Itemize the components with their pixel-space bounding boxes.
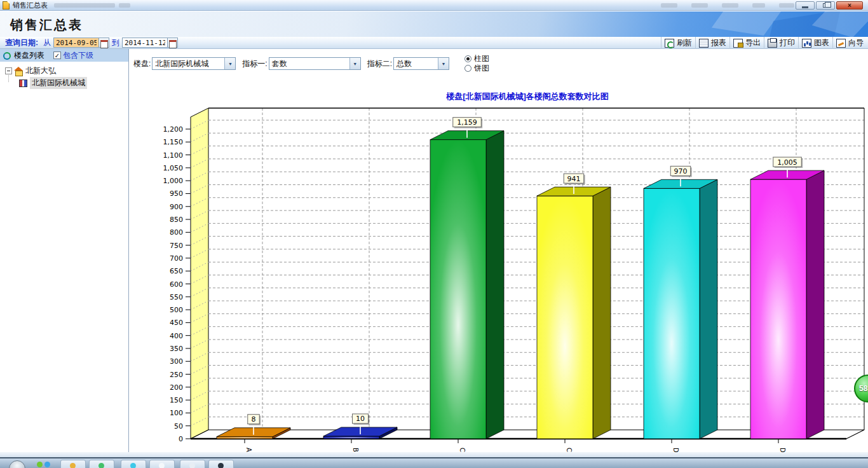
menu-item-faded: [779, 3, 794, 8]
page-header: 销售汇总表: [0, 11, 868, 37]
svg-text:850: 850: [170, 216, 183, 224]
chart-svg: 0501001502002503003504004505005506006507…: [130, 102, 868, 452]
sidebar: 楼盘列表 ✓ 包含下级 北新大弘 北新国际机械城: [0, 49, 129, 452]
house-icon: [14, 67, 23, 75]
svg-text:200: 200: [170, 383, 183, 392]
date-to-input[interactable]: [122, 38, 168, 48]
query-date-label: 查询日期:: [5, 38, 38, 48]
window-controls: ×: [794, 1, 863, 10]
refresh-button[interactable]: 刷新: [661, 37, 695, 49]
refresh-label: 刷新: [677, 38, 692, 48]
tree-node-child[interactable]: 北新国际机械城: [19, 77, 87, 89]
taskbar-app-icon[interactable]: [37, 462, 43, 467]
bar-chart-3d: 0501001502002503003504004505005506006507…: [130, 102, 868, 452]
svg-text:10: 10: [356, 415, 365, 423]
svg-text:150: 150: [170, 396, 183, 404]
restore-button[interactable]: [816, 1, 835, 10]
badge-count: 58: [859, 384, 867, 393]
sidebar-header: 楼盘列表 ✓ 包含下级: [0, 49, 128, 62]
refresh-tree-icon[interactable]: [3, 52, 11, 60]
chevron-down-icon[interactable]: ▼: [438, 58, 449, 69]
svg-text:650: 650: [170, 267, 183, 275]
window-bottom-edge: [0, 452, 868, 457]
bar-chart-icon: [802, 39, 811, 48]
taskbar-app-button[interactable]: [60, 460, 86, 468]
x-axis-label: C2: [566, 448, 573, 452]
chart-pane: 楼盘: 北新国际机械城 ▼ 指标一: 套数 ▼ 指标二: 总数 ▼ 柱图: [130, 49, 868, 452]
collapse-icon[interactable]: [5, 67, 12, 74]
x-axis-label: B: [352, 448, 359, 452]
report-button[interactable]: 报表: [695, 37, 729, 49]
building-icon: [19, 79, 27, 87]
chart-button[interactable]: 图表: [798, 37, 832, 49]
tree-root-label: 北新大弘: [25, 65, 56, 76]
export-button[interactable]: 导出: [729, 37, 764, 49]
radio-pie-chart[interactable]: 饼图: [465, 64, 489, 73]
minimize-button[interactable]: [796, 1, 815, 10]
window-title: 销售汇总表: [13, 1, 48, 10]
svg-text:700: 700: [170, 254, 183, 263]
query-toolbar: 查询日期: 从 到 刷新 报表 导出 打印: [0, 37, 868, 49]
bar-D2: D2: [750, 170, 824, 452]
taskbar-app-button[interactable]: [180, 460, 205, 468]
svg-text:0: 0: [179, 435, 183, 443]
toolbar-buttons: 刷新 报表 导出 打印 图表 向导: [661, 37, 867, 49]
redacted-text: [119, 3, 130, 8]
include-sub-checkbox[interactable]: ✓: [53, 52, 61, 59]
taskbar-app-button[interactable]: [89, 460, 114, 468]
to-label: 到: [112, 38, 119, 48]
taskbar-app-icon: [98, 463, 104, 468]
from-label: 从: [43, 38, 51, 48]
svg-text:450: 450: [170, 319, 183, 327]
tree-node-root[interactable]: 北新大弘: [5, 65, 56, 76]
svg-text:500: 500: [170, 306, 183, 314]
taskbar-app-icon: [159, 463, 165, 468]
x-axis-label: D1: [672, 448, 679, 452]
chart-label: 图表: [814, 38, 829, 48]
app-window: 销售汇总表 × 销售汇总表 查询日期: 从 到 刷新: [0, 0, 868, 468]
svg-text:1,200: 1,200: [163, 125, 184, 134]
radio-column-chart[interactable]: 柱图: [465, 54, 489, 64]
print-icon: [768, 39, 777, 48]
chart-wall: [191, 108, 208, 439]
building-select-value: 北新国际机械城: [153, 59, 211, 69]
date-from-input[interactable]: [53, 38, 99, 48]
chevron-down-icon[interactable]: ▼: [224, 58, 235, 69]
svg-text:100: 100: [170, 409, 183, 417]
window-titlebar: 销售汇总表 ×: [0, 0, 868, 11]
svg-text:941: 941: [567, 175, 581, 183]
building-select[interactable]: 北新国际机械城 ▼: [152, 57, 236, 70]
report-icon: [699, 39, 709, 48]
taskbar-app-button[interactable]: [149, 460, 175, 468]
taskbar-app-icon: [70, 463, 76, 468]
chart-title: 楼盘[北新国际机械城]各楼阁总数套数对比图: [191, 91, 864, 102]
print-label: 打印: [780, 38, 795, 48]
calendar-icon[interactable]: [168, 38, 178, 48]
pie-chart-label: 饼图: [474, 63, 489, 74]
building-select-label: 楼盘:: [133, 59, 151, 69]
report-label: 报表: [711, 38, 726, 48]
taskbar-app-button[interactable]: [121, 460, 146, 468]
page-title: 销售汇总表: [10, 17, 83, 34]
taskbar-app-icon: [218, 463, 224, 468]
radio-selected-icon: [465, 55, 471, 62]
taskbar-app-button[interactable]: [208, 460, 234, 468]
app-document-icon: [3, 1, 10, 10]
wizard-icon: [836, 39, 846, 48]
print-button[interactable]: 打印: [764, 37, 798, 49]
x-axis-label: C1: [459, 448, 466, 452]
metric2-select[interactable]: 总数 ▼: [393, 57, 449, 70]
svg-text:750: 750: [170, 242, 183, 250]
menu-item-faded: [752, 3, 765, 8]
chevron-down-icon[interactable]: ▼: [349, 58, 360, 69]
tree-child-label: 北新国际机械城: [30, 77, 87, 89]
start-button[interactable]: [9, 460, 25, 468]
taskbar-app-icon: [189, 463, 195, 468]
svg-text:250: 250: [170, 371, 183, 379]
close-button[interactable]: ×: [836, 1, 863, 10]
taskbar-app-icon[interactable]: [44, 462, 50, 467]
calendar-icon[interactable]: [99, 38, 109, 48]
wizard-button[interactable]: 向导: [832, 37, 867, 49]
metric1-select[interactable]: 套数 ▼: [269, 57, 361, 70]
restore-icon: [823, 3, 828, 8]
